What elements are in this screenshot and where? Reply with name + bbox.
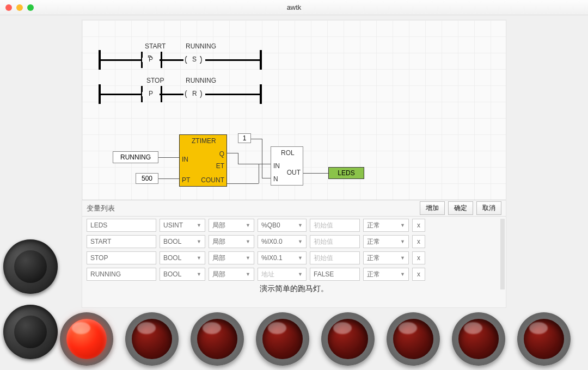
block-ztimer[interactable]: ZTIMER IN PT Q ET COUNT: [179, 134, 227, 187]
cell-name[interactable]: RUNNING: [87, 268, 156, 281]
cell-type[interactable]: BOOL▼: [160, 251, 205, 264]
window-controls: [5, 4, 34, 11]
cell-status[interactable]: 正常▼: [363, 268, 409, 281]
chevron-down-icon: ▼: [400, 239, 405, 244]
variable-table: 变量列表 增加 确定 取消 LEDSUSINT▼局部▼%QB0▼初始值正常▼xS…: [82, 200, 506, 307]
chevron-down-icon: ▼: [298, 239, 303, 244]
rung2-contact-label: STOP: [146, 77, 164, 84]
cell-status[interactable]: 正常▼: [363, 251, 409, 264]
cell-scope[interactable]: 局部▼: [209, 251, 254, 264]
ok-button[interactable]: 确定: [448, 201, 473, 215]
chevron-down-icon: ▼: [400, 223, 405, 228]
zoom-icon[interactable]: [27, 4, 34, 11]
cell-addr[interactable]: %QB0▼: [258, 219, 307, 232]
block-running[interactable]: RUNNING: [113, 151, 158, 163]
delete-row-button[interactable]: x: [412, 268, 425, 281]
led-5[interactable]: [321, 312, 375, 366]
led-3[interactable]: [191, 312, 244, 366]
chevron-down-icon: ▼: [197, 272, 201, 277]
variable-row: STARTBOOL▼局部▼%IX0.0▼初始值正常▼x: [87, 235, 501, 248]
chevron-down-icon: ▼: [298, 255, 303, 261]
joystick-1[interactable]: [3, 239, 58, 294]
cell-init[interactable]: FALSE: [310, 268, 360, 281]
window-title: awtk: [0, 3, 588, 11]
rung-2: STOP RUNNING P ( R ): [99, 84, 262, 107]
cell-addr[interactable]: %IX0.1▼: [258, 251, 307, 264]
variable-row: LEDSUSINT▼局部▼%QB0▼初始值正常▼x: [87, 219, 501, 232]
cell-name[interactable]: START: [87, 235, 156, 248]
variable-row: STOPBOOL▼局部▼%IX0.1▼初始值正常▼x: [87, 251, 501, 264]
chevron-down-icon: ▼: [246, 239, 250, 244]
chevron-down-icon: ▼: [298, 272, 303, 277]
rung1-coil-label: RUNNING: [186, 42, 216, 50]
block-leds[interactable]: LEDS: [328, 167, 364, 179]
chevron-down-icon: ▼: [197, 223, 201, 228]
minimize-icon[interactable]: [16, 4, 23, 11]
led-8[interactable]: [517, 312, 571, 366]
cell-init[interactable]: 初始值: [310, 251, 360, 264]
led-2[interactable]: [125, 312, 179, 366]
cell-scope[interactable]: 局部▼: [209, 235, 254, 248]
vartable-title: 变量列表: [87, 203, 115, 213]
chevron-down-icon: ▼: [197, 239, 201, 244]
led-1[interactable]: [60, 312, 113, 366]
chevron-down-icon: ▼: [246, 255, 250, 261]
cell-type[interactable]: BOOL▼: [160, 235, 205, 248]
cell-status[interactable]: 正常▼: [363, 219, 409, 232]
rung2-coil-label: RUNNING: [186, 77, 216, 84]
cell-scope[interactable]: 局部▼: [209, 219, 254, 232]
chevron-down-icon: ▼: [298, 223, 303, 228]
cell-status[interactable]: 正常▼: [363, 235, 409, 248]
led-row: [60, 312, 583, 366]
rung1-contact-label: START: [145, 42, 166, 50]
led-6[interactable]: [387, 312, 440, 366]
chevron-down-icon: ▼: [197, 255, 201, 261]
rung2-contact-type: P: [149, 90, 153, 97]
block-one[interactable]: 1: [238, 133, 251, 143]
delete-row-button[interactable]: x: [412, 251, 425, 264]
led-4[interactable]: [256, 312, 309, 366]
block-rol[interactable]: ROL IN N OUT: [271, 146, 303, 186]
cell-type[interactable]: USINT▼: [160, 219, 205, 232]
cell-addr[interactable]: 地址▼: [258, 268, 307, 281]
delete-row-button[interactable]: x: [412, 235, 425, 248]
close-icon[interactable]: [5, 4, 12, 11]
ztimer-title: ZTIMER: [192, 137, 216, 145]
caption: 演示简单的跑马灯。: [82, 284, 506, 294]
block-pt-value[interactable]: 500: [136, 173, 158, 184]
rol-title: ROL: [281, 149, 295, 157]
led-7[interactable]: [452, 312, 505, 366]
cell-name[interactable]: LEDS: [87, 219, 156, 232]
ladder-canvas[interactable]: START RUNNING P P ( S ) ( S ) STOP RUNNI…: [82, 20, 506, 308]
rung2-coil-type: R: [192, 90, 197, 97]
joystick-2[interactable]: [3, 305, 58, 359]
chevron-down-icon: ▼: [400, 272, 405, 277]
cancel-button[interactable]: 取消: [476, 201, 501, 215]
add-button[interactable]: 增加: [420, 201, 445, 215]
variable-row: RUNNINGBOOL▼局部▼地址▼FALSE正常▼x: [87, 268, 501, 281]
titlebar: awtk: [0, 0, 588, 15]
delete-row-button[interactable]: x: [412, 219, 425, 232]
cell-init[interactable]: 初始值: [310, 235, 360, 248]
cell-scope[interactable]: 局部▼: [209, 268, 254, 281]
cell-addr[interactable]: %IX0.0▼: [258, 235, 307, 248]
scrollbar[interactable]: [500, 219, 505, 289]
cell-name[interactable]: STOP: [87, 251, 156, 264]
chevron-down-icon: ▼: [400, 255, 405, 261]
cell-type[interactable]: BOOL▼: [160, 268, 205, 281]
chevron-down-icon: ▼: [246, 272, 250, 277]
chevron-down-icon: ▼: [246, 223, 250, 228]
cell-init[interactable]: 初始值: [310, 219, 360, 232]
rung-1: START RUNNING P P ( S ) ( S ): [99, 50, 262, 73]
